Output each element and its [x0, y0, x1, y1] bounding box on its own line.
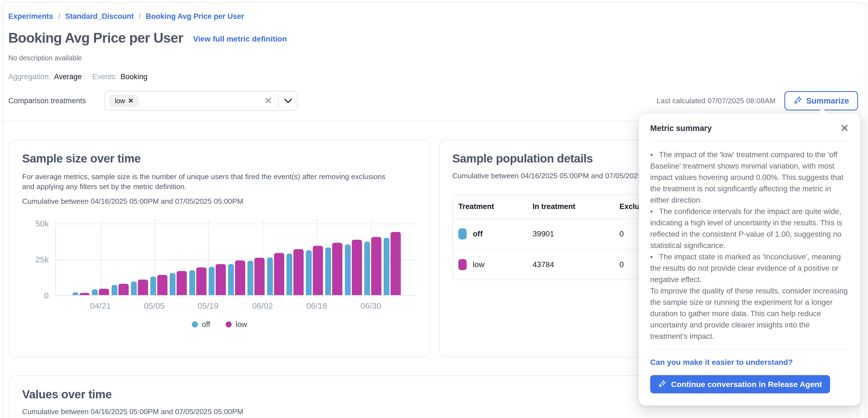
breadcrumb-item[interactable]: Standard_Discount	[65, 11, 134, 21]
bar-low[interactable]	[99, 289, 109, 295]
in-treatment-value: 39901	[527, 219, 614, 249]
bar-low[interactable]	[235, 261, 245, 295]
treatment-chip-low[interactable]: low ✕	[109, 95, 139, 107]
bar-group	[170, 271, 187, 295]
bar-low[interactable]	[177, 271, 187, 295]
bar-low[interactable]	[119, 284, 129, 295]
bar-off[interactable]	[383, 238, 390, 295]
values-over-time-cumulative: Cumulative between 04/16/2025 05:00PM an…	[22, 407, 845, 416]
bar-off[interactable]	[228, 264, 234, 295]
bar-off[interactable]	[112, 285, 117, 295]
breadcrumb-separator: /	[139, 11, 141, 21]
breadcrumb: Experiments/Standard_Discount/Booking Av…	[8, 11, 858, 21]
bar-off[interactable]	[209, 267, 215, 295]
sample-size-title: Sample size over time	[22, 151, 417, 166]
bar-low[interactable]	[274, 253, 284, 295]
bar-group	[150, 275, 167, 295]
x-axis-tick-label: 04/21	[90, 301, 111, 310]
sample-size-cumulative: Cumulative between 04/16/2025 05:00PM an…	[22, 197, 417, 206]
legend-label: off	[202, 320, 210, 329]
events-value: Booking	[120, 72, 148, 81]
select-divider	[278, 95, 279, 107]
last-calculated-text: Last calculated 07/07/2025 08:08AM	[656, 97, 776, 105]
bar-off[interactable]	[131, 281, 137, 295]
in-treatment-value: 43784	[527, 249, 614, 279]
easier-to-understand-link[interactable]: Can you make it easier to understand?	[650, 358, 793, 367]
bar-off[interactable]	[286, 253, 292, 295]
bar-group	[325, 243, 342, 295]
bar-group	[209, 264, 226, 295]
bar-off[interactable]	[92, 289, 98, 295]
x-axis-tick-label: 06/02	[252, 301, 273, 310]
bar-off[interactable]	[150, 276, 156, 295]
comparison-treatments-label: Comparison treatments	[8, 97, 86, 105]
bar-off[interactable]	[247, 261, 253, 295]
y-axis-tick-label: 0	[44, 291, 49, 300]
bar-low[interactable]	[254, 258, 265, 295]
events-label: Events:	[92, 72, 117, 81]
chart-x-axis-labels: 04/2105/0505/1906/0206/1606/30	[55, 301, 416, 312]
metric-meta: Aggregation: Average Events: Booking	[8, 72, 858, 81]
bar-low[interactable]	[80, 293, 90, 295]
bar-group	[247, 258, 265, 295]
bar-group	[345, 240, 362, 295]
breadcrumb-item[interactable]: Booking Avg Price per User	[146, 11, 244, 21]
aggregation-label: Aggregation:	[8, 72, 51, 81]
bar-off[interactable]	[170, 273, 176, 295]
summary-bullet: The impact state is marked as 'Inconclus…	[650, 251, 849, 285]
chart-legend: offlow	[22, 320, 417, 329]
comparison-treatments-select[interactable]: low ✕ ✕	[104, 91, 298, 111]
bar-low[interactable]	[371, 237, 381, 295]
table-header: Treatment	[453, 195, 527, 219]
bar-low[interactable]	[352, 240, 362, 295]
bar-off[interactable]	[267, 258, 273, 295]
bar-low[interactable]	[313, 246, 323, 295]
y-axis-tick-label: 25k	[35, 255, 49, 264]
treatment-chip-label: low	[115, 97, 125, 105]
bar-group	[72, 292, 90, 295]
bar-off[interactable]	[306, 250, 312, 295]
bar-low[interactable]	[216, 264, 226, 295]
sample-size-chart: 025k50k 04/2105/0505/1906/0206/1606/30 o…	[22, 220, 417, 329]
bar-low[interactable]	[196, 267, 207, 295]
legend-item-low[interactable]: low	[225, 320, 247, 329]
bar-off[interactable]	[364, 242, 370, 295]
treatment-name: off	[473, 230, 483, 238]
bar-group	[189, 267, 207, 295]
bar-group	[131, 279, 148, 295]
bar-off[interactable]	[345, 244, 351, 295]
page-title: Booking Avg Price per User	[8, 30, 183, 46]
y-axis-tick-label: 50k	[35, 219, 49, 228]
bar-off[interactable]	[189, 270, 195, 295]
popover-summary-text: The impact of the 'low' treatment compar…	[650, 149, 849, 342]
bar-low[interactable]	[391, 232, 401, 295]
bar-off[interactable]	[72, 292, 78, 295]
metric-summary-popover: Metric summary ✕ The impact of the 'low'…	[639, 113, 861, 406]
view-metric-definition-link[interactable]: View full metric definition	[193, 35, 287, 43]
bar-off[interactable]	[325, 247, 331, 295]
close-icon[interactable]: ✕	[840, 123, 849, 133]
breadcrumb-separator: /	[58, 11, 60, 21]
clear-icon[interactable]: ✕	[264, 96, 272, 106]
legend-item-off[interactable]: off	[192, 320, 210, 329]
summary-closing-paragraph: To improve the quality of these results,…	[650, 285, 849, 342]
chevron-down-icon[interactable]	[284, 98, 292, 103]
chip-remove-icon[interactable]: ✕	[128, 97, 133, 104]
bar-group	[92, 289, 109, 295]
bar-group	[112, 284, 129, 295]
treatment-name: low	[473, 260, 485, 269]
table-header: In treatment	[527, 195, 614, 219]
legend-color-dot	[192, 321, 198, 327]
bar-low[interactable]	[293, 249, 304, 295]
summary-bullet: The impact of the 'low' treatment compar…	[650, 149, 849, 206]
chart-plot-area: 025k50k	[55, 220, 416, 296]
summary-bullet: The confidence intervals for the impact …	[650, 206, 849, 251]
bar-low[interactable]	[157, 275, 167, 295]
bar-low[interactable]	[332, 243, 342, 295]
bar-group	[286, 249, 304, 295]
bar-low[interactable]	[138, 279, 148, 295]
popover-title: Metric summary	[650, 124, 712, 133]
continue-conversation-button[interactable]: Continue conversation in Release Agent	[650, 375, 830, 393]
summarize-button[interactable]: Summarize	[784, 91, 858, 111]
breadcrumb-item[interactable]: Experiments	[8, 11, 53, 21]
